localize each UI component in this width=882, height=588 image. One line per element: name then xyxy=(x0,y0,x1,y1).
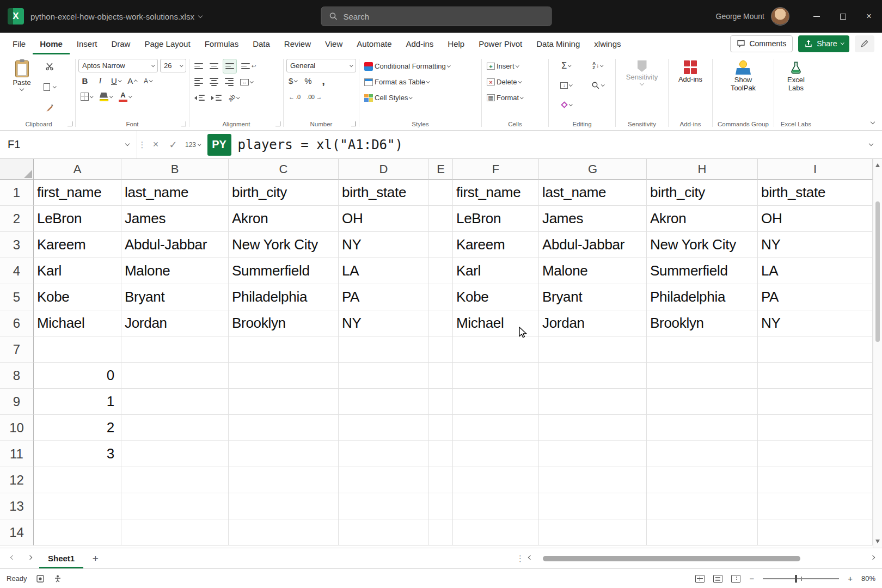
page-layout-view-button[interactable] xyxy=(713,575,722,583)
formula-bar-handle[interactable]: ⋮ xyxy=(137,140,147,150)
minimize-button[interactable] xyxy=(804,0,830,33)
cell-G9[interactable] xyxy=(539,389,647,415)
italic-button[interactable]: I xyxy=(94,74,107,88)
hscroll-left-arrow-icon[interactable] xyxy=(528,555,532,560)
cell-B11[interactable] xyxy=(121,441,229,467)
maximize-button[interactable] xyxy=(830,0,856,33)
align-center-button[interactable] xyxy=(207,75,220,89)
sort-filter-chevron-icon[interactable] xyxy=(600,63,603,66)
select-all-corner[interactable] xyxy=(0,159,34,180)
cell-F12[interactable] xyxy=(453,467,539,493)
cell-F6[interactable]: Michael xyxy=(453,310,539,336)
cell-E12[interactable] xyxy=(429,467,453,493)
cell-D6[interactable]: NY xyxy=(339,310,429,336)
cell-D5[interactable]: PA xyxy=(339,284,429,310)
cell-C6[interactable]: Brooklyn xyxy=(229,310,339,336)
cell-D11[interactable] xyxy=(339,441,429,467)
fill-color-button[interactable] xyxy=(97,89,115,104)
accessibility-icon[interactable] xyxy=(53,574,62,583)
cell-E11[interactable] xyxy=(429,441,453,467)
cell-F11[interactable] xyxy=(453,441,539,467)
cell-H5[interactable]: Philadelphia xyxy=(647,284,758,310)
increase-indent-button[interactable] xyxy=(209,90,224,105)
insert-cells-chevron-icon[interactable] xyxy=(516,64,519,67)
orientation-chevron-icon[interactable] xyxy=(236,95,240,99)
row-header-1[interactable]: 1 xyxy=(0,180,34,206)
borders-chevron-icon[interactable] xyxy=(90,94,93,97)
cell-C10[interactable] xyxy=(229,415,339,441)
name-box[interactable]: F1 xyxy=(0,131,137,158)
cell-H4[interactable]: Summerfield xyxy=(647,258,758,284)
conditional-formatting-chevron-icon[interactable] xyxy=(447,64,450,67)
share-dropdown-chevron-icon[interactable] xyxy=(841,41,844,44)
font-color-chevron-icon[interactable] xyxy=(128,94,132,97)
cell-F4[interactable]: Karl xyxy=(453,258,539,284)
macro-record-icon[interactable] xyxy=(36,574,45,583)
insert-cells-button[interactable]: +Insert xyxy=(485,59,520,74)
alignment-dialog-launcher[interactable] xyxy=(275,121,280,126)
clipboard-dialog-launcher[interactable] xyxy=(68,121,72,126)
sheet-nav-left-button[interactable] xyxy=(4,548,21,568)
row-header-13[interactable]: 13 xyxy=(0,493,34,519)
cell-C3[interactable]: New York City xyxy=(229,232,339,258)
vertical-scrollbar[interactable] xyxy=(873,159,882,548)
ribbon-tab-file[interactable]: File xyxy=(5,33,33,54)
title-dropdown-chevron-icon[interactable] xyxy=(198,13,203,17)
close-button[interactable]: × xyxy=(856,0,882,33)
align-bottom-button[interactable] xyxy=(223,59,237,74)
copy-button[interactable] xyxy=(41,79,58,94)
row-header-7[interactable]: 7 xyxy=(0,336,34,363)
sort-filter-button[interactable]: AZ↓ xyxy=(583,58,612,73)
cell-F5[interactable]: Kobe xyxy=(453,284,539,310)
cell-B5[interactable]: Bryant xyxy=(121,284,229,310)
cell-F10[interactable] xyxy=(453,415,539,441)
cell-I4[interactable]: LA xyxy=(758,258,873,284)
cell-D2[interactable]: OH xyxy=(339,206,429,232)
cell-D12[interactable] xyxy=(339,467,429,493)
currency-chevron-icon[interactable] xyxy=(294,78,297,82)
share-button[interactable]: Share xyxy=(798,35,849,52)
cell-C2[interactable]: Akron xyxy=(229,206,339,232)
document-title[interactable]: python-excel-how-objects-work-solutions.… xyxy=(30,12,202,21)
zoom-slider-handle[interactable] xyxy=(795,575,797,583)
cell-G10[interactable] xyxy=(539,415,647,441)
enter-entry-button[interactable]: ✓ xyxy=(164,136,182,154)
align-left-button[interactable] xyxy=(192,75,205,89)
python-output-type-button[interactable]: 123 xyxy=(182,141,204,149)
cell-D9[interactable] xyxy=(339,389,429,415)
cell-A10[interactable]: 2 xyxy=(34,415,121,441)
row-header-9[interactable]: 9 xyxy=(0,389,34,415)
shrink-font-button[interactable]: A xyxy=(142,74,155,88)
cell-G13[interactable] xyxy=(539,493,647,519)
excel-app-icon[interactable]: X xyxy=(8,8,24,24)
underline-chevron-icon[interactable] xyxy=(118,78,121,82)
show-toolpak-button[interactable]: Show ToolPak xyxy=(715,57,771,118)
clear-chevron-icon[interactable] xyxy=(569,102,572,106)
ribbon-tab-page-layout[interactable]: Page Layout xyxy=(137,33,197,54)
underline-button[interactable]: U xyxy=(109,74,123,88)
cell-B2[interactable]: James xyxy=(121,206,229,232)
page-break-view-button[interactable] xyxy=(731,575,740,583)
row-header-11[interactable]: 11 xyxy=(0,441,34,467)
excel-labs-button[interactable]: Excel Labs xyxy=(777,57,815,118)
column-header-G[interactable]: G xyxy=(539,159,647,180)
format-painter-button[interactable] xyxy=(41,100,58,115)
cell-I7[interactable] xyxy=(758,336,873,363)
cell-G4[interactable]: Malone xyxy=(539,258,647,284)
cell-I9[interactable] xyxy=(758,389,873,415)
cell-D7[interactable] xyxy=(339,336,429,363)
cell-A1[interactable]: first_name xyxy=(34,180,121,206)
cell-A11[interactable]: 3 xyxy=(34,441,121,467)
cell-B6[interactable]: Jordan xyxy=(121,310,229,336)
autosum-chevron-icon[interactable] xyxy=(568,63,571,66)
cell-D10[interactable] xyxy=(339,415,429,441)
ribbon-tab-formulas[interactable]: Formulas xyxy=(198,33,246,54)
row-header-5[interactable]: 5 xyxy=(0,284,34,310)
cell-C13[interactable] xyxy=(229,493,339,519)
cell-E14[interactable] xyxy=(429,519,453,546)
edit-mode-button[interactable] xyxy=(855,35,874,52)
cell-F1[interactable]: first_name xyxy=(453,180,539,206)
cell-D1[interactable]: birth_state xyxy=(339,180,429,206)
wrap-text-button[interactable]: ↩ xyxy=(239,59,258,74)
align-top-button[interactable] xyxy=(192,59,205,74)
